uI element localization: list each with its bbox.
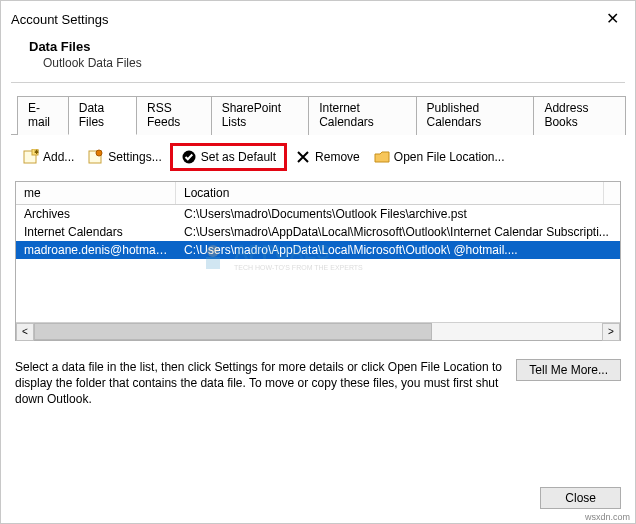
- open-file-location-button[interactable]: Open File Location...: [368, 147, 511, 167]
- table-row[interactable]: Archives C:\Users\madro\Documents\Outloo…: [16, 205, 620, 223]
- scroll-track[interactable]: [34, 323, 602, 340]
- horizontal-scrollbar[interactable]: < >: [16, 322, 620, 340]
- add-icon: ✱: [23, 149, 39, 165]
- tab-published-calendars[interactable]: Published Calendars: [416, 96, 535, 135]
- divider: [11, 82, 625, 83]
- table-header: me Location: [16, 182, 620, 205]
- scroll-right-icon[interactable]: >: [602, 323, 620, 341]
- check-circle-icon: [181, 149, 197, 165]
- add-button[interactable]: ✱ Add...: [17, 147, 80, 167]
- cell-location: C:\Users\madro\AppData\Local\Microsoft\O…: [176, 224, 620, 240]
- dialog-header: Data Files Outlook Data Files: [1, 33, 635, 78]
- tell-me-more-button[interactable]: Tell Me More...: [516, 359, 621, 381]
- highlight-set-default: Set as Default: [170, 143, 287, 171]
- tab-internet-calendars[interactable]: Internet Calendars: [308, 96, 416, 135]
- cell-name: Archives: [16, 206, 176, 222]
- svg-point-4: [96, 150, 102, 156]
- header-title: Data Files: [29, 39, 625, 54]
- column-end: [604, 182, 620, 204]
- cell-location: C:\Users\madro\Documents\Outlook Files\a…: [176, 206, 620, 222]
- remove-label: Remove: [315, 150, 360, 164]
- table-body: Archives C:\Users\madro\Documents\Outloo…: [16, 205, 620, 322]
- set-default-button[interactable]: Set as Default: [175, 147, 282, 167]
- svg-text:✱: ✱: [34, 149, 39, 155]
- attribution: wsxdn.com: [585, 512, 630, 522]
- data-files-table: me Location Archives C:\Users\madro\Docu…: [15, 181, 621, 341]
- info-row: Select a data file in the list, then cli…: [1, 341, 635, 408]
- tab-sharepoint-lists[interactable]: SharePoint Lists: [211, 96, 309, 135]
- scroll-left-icon[interactable]: <: [16, 323, 34, 341]
- cell-name: Internet Calendars: [16, 224, 176, 240]
- close-button[interactable]: Close: [540, 487, 621, 509]
- tab-address-books[interactable]: Address Books: [533, 96, 626, 135]
- set-default-label: Set as Default: [201, 150, 276, 164]
- table-row-selected[interactable]: madroane.denis@hotmail.c... C:\Users\mad…: [16, 241, 620, 259]
- cell-location: C:\Users\madro\AppData\Local\Microsoft\O…: [176, 242, 620, 258]
- tab-email[interactable]: E-mail: [17, 96, 69, 135]
- tab-rss-feeds[interactable]: RSS Feeds: [136, 96, 212, 135]
- header-subtitle: Outlook Data Files: [29, 56, 625, 70]
- open-file-location-label: Open File Location...: [394, 150, 505, 164]
- watermark-tag: TECH HOW-TO'S FROM THE EXPERTS: [234, 264, 363, 271]
- column-name[interactable]: me: [16, 182, 176, 204]
- add-label: Add...: [43, 150, 74, 164]
- column-location[interactable]: Location: [176, 182, 604, 204]
- toolbar: ✱ Add... Settings... Set as Default Remo…: [1, 135, 635, 181]
- tab-data-files[interactable]: Data Files: [68, 96, 137, 135]
- info-text: Select a data file in the list, then cli…: [15, 359, 506, 408]
- dialog-footer: Close: [1, 477, 635, 523]
- account-settings-dialog: Account Settings ✕ Data Files Outlook Da…: [0, 0, 636, 524]
- settings-label: Settings...: [108, 150, 161, 164]
- settings-button[interactable]: Settings...: [82, 147, 167, 167]
- tab-strip: E-mail Data Files RSS Feeds SharePoint L…: [11, 95, 625, 135]
- window-title: Account Settings: [11, 12, 109, 27]
- close-icon[interactable]: ✕: [598, 7, 627, 31]
- titlebar: Account Settings ✕: [1, 1, 635, 33]
- folder-icon: [374, 149, 390, 165]
- scroll-thumb[interactable]: [34, 323, 432, 340]
- remove-button[interactable]: Remove: [289, 147, 366, 167]
- table-row[interactable]: Internet Calendars C:\Users\madro\AppDat…: [16, 223, 620, 241]
- settings-icon: [88, 149, 104, 165]
- cell-name: madroane.denis@hotmail.c...: [16, 242, 176, 258]
- remove-icon: [295, 149, 311, 165]
